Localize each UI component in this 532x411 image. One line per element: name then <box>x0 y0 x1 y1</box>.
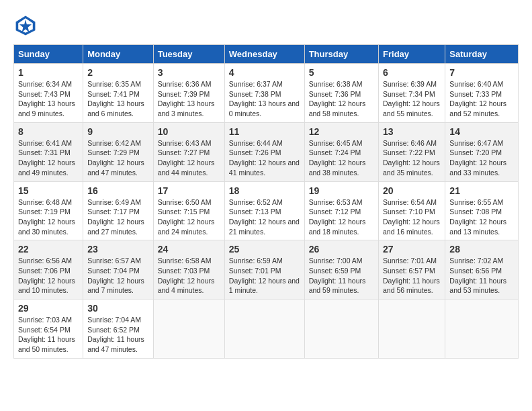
calendar-cell: 16 Sunrise: 6:49 AMSunset: 7:17 PMDaylig… <box>83 181 154 240</box>
day-number: 27 <box>383 244 441 255</box>
day-number: 18 <box>229 185 300 196</box>
day-number: 1 <box>18 67 79 78</box>
calendar-cell: 7 Sunrise: 6:40 AMSunset: 7:33 PMDayligh… <box>445 64 519 123</box>
calendar-cell <box>153 300 224 359</box>
day-number: 3 <box>158 67 220 78</box>
calendar-cell: 24 Sunrise: 6:58 AMSunset: 7:03 PMDaylig… <box>153 240 224 300</box>
day-detail: Sunrise: 6:52 AMSunset: 7:13 PMDaylight:… <box>229 198 300 236</box>
day-number: 17 <box>158 185 220 196</box>
day-detail: Sunrise: 6:47 AMSunset: 7:20 PMDaylight:… <box>449 139 506 177</box>
day-detail: Sunrise: 6:53 AMSunset: 7:12 PMDaylight:… <box>309 198 366 236</box>
calendar-cell: 9 Sunrise: 6:42 AMSunset: 7:29 PMDayligh… <box>83 122 154 181</box>
day-detail: Sunrise: 7:01 AMSunset: 6:57 PMDaylight:… <box>383 257 440 294</box>
calendar-cell: 25 Sunrise: 6:59 AMSunset: 7:01 PMDaylig… <box>224 240 304 300</box>
day-detail: Sunrise: 6:55 AMSunset: 7:08 PMDaylight:… <box>449 198 506 236</box>
day-detail: Sunrise: 7:02 AMSunset: 6:56 PMDaylight:… <box>449 257 506 294</box>
day-detail: Sunrise: 7:00 AMSunset: 6:59 PMDaylight:… <box>309 257 366 294</box>
day-number: 4 <box>229 67 300 78</box>
day-detail: Sunrise: 6:56 AMSunset: 7:06 PMDaylight:… <box>18 257 75 294</box>
day-number: 10 <box>158 126 220 137</box>
day-detail: Sunrise: 6:58 AMSunset: 7:03 PMDaylight:… <box>158 257 215 294</box>
day-detail: Sunrise: 6:44 AMSunset: 7:26 PMDaylight:… <box>229 139 300 177</box>
calendar-cell: 22 Sunrise: 6:56 AMSunset: 7:06 PMDaylig… <box>14 240 83 300</box>
calendar-cell: 2 Sunrise: 6:35 AMSunset: 7:41 PMDayligh… <box>83 64 154 123</box>
weekday-header-thursday: Thursday <box>304 45 378 64</box>
day-detail: Sunrise: 6:45 AMSunset: 7:24 PMDaylight:… <box>309 139 366 177</box>
day-detail: Sunrise: 6:48 AMSunset: 7:19 PMDaylight:… <box>18 198 75 236</box>
weekday-header-sunday: Sunday <box>14 45 83 64</box>
day-number: 19 <box>309 185 374 196</box>
day-number: 24 <box>158 244 220 255</box>
day-number: 14 <box>449 126 514 137</box>
day-number: 30 <box>87 303 149 314</box>
weekday-header-wednesday: Wednesday <box>224 45 304 64</box>
calendar-cell: 27 Sunrise: 7:01 AMSunset: 6:57 PMDaylig… <box>379 240 445 300</box>
calendar-cell: 3 Sunrise: 6:36 AMSunset: 7:39 PMDayligh… <box>153 64 224 123</box>
calendar-cell: 13 Sunrise: 6:46 AMSunset: 7:22 PMDaylig… <box>379 122 445 181</box>
calendar-cell: 10 Sunrise: 6:43 AMSunset: 7:27 PMDaylig… <box>153 122 224 181</box>
day-number: 2 <box>87 67 149 78</box>
day-number: 9 <box>87 126 149 137</box>
day-number: 16 <box>87 185 149 196</box>
day-detail: Sunrise: 6:46 AMSunset: 7:22 PMDaylight:… <box>383 139 440 177</box>
calendar-cell: 30 Sunrise: 7:04 AMSunset: 6:52 PMDaylig… <box>83 300 154 359</box>
day-detail: Sunrise: 6:34 AMSunset: 7:43 PMDaylight:… <box>18 80 75 118</box>
day-detail: Sunrise: 6:36 AMSunset: 7:39 PMDaylight:… <box>158 80 215 118</box>
day-number: 28 <box>449 244 514 255</box>
day-detail: Sunrise: 6:54 AMSunset: 7:10 PMDaylight:… <box>383 198 440 236</box>
calendar-cell: 1 Sunrise: 6:34 AMSunset: 7:43 PMDayligh… <box>14 64 83 123</box>
day-number: 20 <box>383 185 441 196</box>
day-number: 29 <box>18 303 79 314</box>
calendar-cell <box>445 300 519 359</box>
calendar-cell: 17 Sunrise: 6:50 AMSunset: 7:15 PMDaylig… <box>153 181 224 240</box>
weekday-header-tuesday: Tuesday <box>153 45 224 64</box>
calendar-cell <box>224 300 304 359</box>
day-detail: Sunrise: 6:39 AMSunset: 7:34 PMDaylight:… <box>383 80 440 118</box>
calendar-cell: 12 Sunrise: 6:45 AMSunset: 7:24 PMDaylig… <box>304 122 378 181</box>
day-number: 7 <box>449 67 514 78</box>
calendar-cell: 15 Sunrise: 6:48 AMSunset: 7:19 PMDaylig… <box>14 181 83 240</box>
day-number: 12 <box>309 126 374 137</box>
day-number: 5 <box>309 67 374 78</box>
header <box>13 13 519 38</box>
day-number: 6 <box>383 67 441 78</box>
weekday-header-monday: Monday <box>83 45 154 64</box>
day-number: 8 <box>18 126 79 137</box>
day-detail: Sunrise: 6:40 AMSunset: 7:33 PMDaylight:… <box>449 80 506 118</box>
day-detail: Sunrise: 6:41 AMSunset: 7:31 PMDaylight:… <box>18 139 75 177</box>
calendar-cell: 28 Sunrise: 7:02 AMSunset: 6:56 PMDaylig… <box>445 240 519 300</box>
day-number: 26 <box>309 244 374 255</box>
calendar-cell: 29 Sunrise: 7:03 AMSunset: 6:54 PMDaylig… <box>14 300 83 359</box>
calendar-cell: 18 Sunrise: 6:52 AMSunset: 7:13 PMDaylig… <box>224 181 304 240</box>
day-detail: Sunrise: 6:37 AMSunset: 7:38 PMDaylight:… <box>229 80 300 118</box>
calendar-cell: 11 Sunrise: 6:44 AMSunset: 7:26 PMDaylig… <box>224 122 304 181</box>
logo <box>13 13 42 38</box>
calendar-cell <box>379 300 445 359</box>
calendar-cell: 20 Sunrise: 6:54 AMSunset: 7:10 PMDaylig… <box>379 181 445 240</box>
day-detail: Sunrise: 7:03 AMSunset: 6:54 PMDaylight:… <box>18 316 75 353</box>
day-detail: Sunrise: 6:57 AMSunset: 7:04 PMDaylight:… <box>87 257 144 294</box>
calendar-cell: 23 Sunrise: 6:57 AMSunset: 7:04 PMDaylig… <box>83 240 154 300</box>
calendar-cell: 19 Sunrise: 6:53 AMSunset: 7:12 PMDaylig… <box>304 181 378 240</box>
day-detail: Sunrise: 6:38 AMSunset: 7:36 PMDaylight:… <box>309 80 366 118</box>
calendar-cell: 14 Sunrise: 6:47 AMSunset: 7:20 PMDaylig… <box>445 122 519 181</box>
calendar-cell: 26 Sunrise: 7:00 AMSunset: 6:59 PMDaylig… <box>304 240 378 300</box>
calendar-cell: 4 Sunrise: 6:37 AMSunset: 7:38 PMDayligh… <box>224 64 304 123</box>
day-detail: Sunrise: 6:49 AMSunset: 7:17 PMDaylight:… <box>87 198 144 236</box>
day-number: 23 <box>87 244 149 255</box>
day-detail: Sunrise: 6:50 AMSunset: 7:15 PMDaylight:… <box>158 198 215 236</box>
day-detail: Sunrise: 7:04 AMSunset: 6:52 PMDaylight:… <box>87 316 144 353</box>
day-detail: Sunrise: 6:43 AMSunset: 7:27 PMDaylight:… <box>158 139 215 177</box>
day-number: 25 <box>229 244 300 255</box>
weekday-header-friday: Friday <box>379 45 445 64</box>
calendar-cell: 5 Sunrise: 6:38 AMSunset: 7:36 PMDayligh… <box>304 64 378 123</box>
day-detail: Sunrise: 6:59 AMSunset: 7:01 PMDaylight:… <box>229 257 300 294</box>
day-number: 11 <box>229 126 300 137</box>
calendar-cell <box>304 300 378 359</box>
day-number: 13 <box>383 126 441 137</box>
day-number: 21 <box>449 185 514 196</box>
day-detail: Sunrise: 6:42 AMSunset: 7:29 PMDaylight:… <box>87 139 144 177</box>
calendar-cell: 21 Sunrise: 6:55 AMSunset: 7:08 PMDaylig… <box>445 181 519 240</box>
day-number: 15 <box>18 185 79 196</box>
day-detail: Sunrise: 6:35 AMSunset: 7:41 PMDaylight:… <box>87 80 144 118</box>
